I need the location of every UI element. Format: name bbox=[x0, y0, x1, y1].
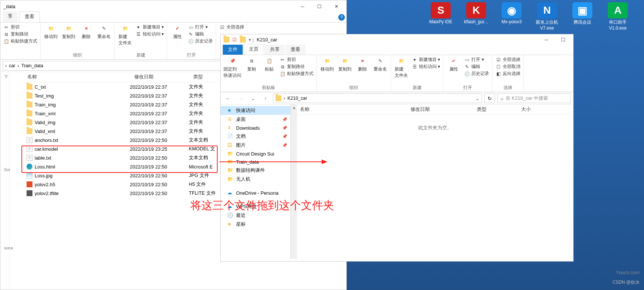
invert-select-button[interactable]: ◧反向选择 bbox=[495, 71, 520, 77]
desktop-icon[interactable]: SMaixPy IDE bbox=[426, 2, 456, 31]
help-icon[interactable]: ? bbox=[338, 14, 345, 21]
folder-icon bbox=[276, 95, 281, 101]
folder-icon bbox=[27, 128, 32, 134]
rename-button[interactable]: ✎重命名 bbox=[97, 24, 111, 40]
minimize-button[interactable]: ─ bbox=[538, 34, 555, 45]
delete-button[interactable]: ✕删除 bbox=[355, 57, 370, 72]
back-button[interactable]: ← bbox=[223, 93, 233, 103]
desktop-icon[interactable]: N匿名上位机 V7.exe bbox=[532, 2, 562, 31]
folder-icon bbox=[27, 119, 32, 125]
address-bar: ← → ⌄ ↑ › K210_car ⌄ ↻ ⌕在 K210_car 中搜索 bbox=[221, 92, 573, 105]
new-folder-button[interactable]: 📁新建 文件夹 bbox=[118, 24, 132, 46]
titlebar[interactable]: _data ─ ☐ ✕ bbox=[0, 0, 346, 12]
tab-share[interactable]: 享 bbox=[3, 11, 18, 22]
tree-item[interactable]: ☁WPS网盘 bbox=[221, 202, 290, 211]
group-label-select: 选择 bbox=[503, 85, 512, 91]
easy-access-button[interactable]: ☰轻松访问 ▾ bbox=[135, 31, 164, 37]
moveto-button[interactable]: 📁移动到 bbox=[320, 57, 335, 72]
pic-icon: 🖼 bbox=[227, 142, 233, 148]
open-button[interactable]: ▭打开 ▾ bbox=[464, 57, 484, 63]
desktop-icon[interactable]: ▣腾讯会议 bbox=[567, 2, 598, 31]
close-button[interactable]: ✕ bbox=[328, 1, 345, 12]
edge-icon bbox=[27, 164, 32, 170]
group-label-new: 新建 bbox=[413, 85, 422, 91]
history-button[interactable]: 🕘历史记录 bbox=[188, 38, 213, 44]
folder-icon bbox=[27, 84, 32, 90]
paste-button[interactable]: 📋粘贴 bbox=[262, 57, 277, 72]
search-input[interactable]: ⌕在 K210_car 中搜索 bbox=[497, 93, 571, 103]
moveto-button[interactable]: 📁移动到 bbox=[44, 24, 58, 40]
tab-file[interactable]: 文件 bbox=[223, 45, 243, 55]
tree-item[interactable]: 📁数据结构课件 bbox=[221, 166, 290, 175]
pin-icon: 📌 bbox=[282, 126, 287, 130]
delete-button[interactable]: ✕删除 bbox=[79, 24, 94, 40]
desktop-icons: SMaixPy IDEKkflash_gui…◉Mx-yolov3N匿名上位机 … bbox=[426, 0, 644, 31]
minimize-button[interactable]: ─ bbox=[294, 1, 311, 12]
pin-quick-access-button[interactable]: 📌固定到 快速访问 bbox=[224, 57, 241, 79]
forward-button[interactable]: → bbox=[235, 93, 246, 103]
dl-icon: ⬇ bbox=[227, 125, 233, 131]
column-headers[interactable]: 名称 修改日期 类型 大小 bbox=[297, 105, 573, 115]
ribbon-tabs: 文件 主页 共享 查看 bbox=[221, 45, 573, 55]
tab-home[interactable]: 主页 bbox=[243, 44, 264, 55]
new-item-button[interactable]: ✦新建项目 ▾ bbox=[412, 57, 440, 63]
tree-item[interactable]: 🖥桌面📌 bbox=[221, 115, 290, 124]
easy-access-button[interactable]: ☰轻松访问 ▾ bbox=[412, 64, 440, 70]
cut-button[interactable]: ✂剪切 bbox=[3, 24, 20, 30]
tree-item[interactable]: 🖼图片📌 bbox=[221, 141, 290, 150]
tree-item[interactable]: 🕘最近 bbox=[221, 211, 290, 220]
cut-button[interactable]: ✂剪切 bbox=[280, 57, 296, 63]
titlebar[interactable]: ☑ ▾ | K210_car ─ ☐ bbox=[221, 34, 573, 45]
maximize-button[interactable]: ☐ bbox=[555, 34, 572, 45]
paste-shortcut-button[interactable]: 📋粘贴快捷方式 bbox=[280, 71, 314, 77]
copy-path-button[interactable]: ⧉复制路径 bbox=[3, 31, 28, 37]
ribbon-tabs: 享 查看 ? bbox=[0, 12, 346, 23]
tree-item[interactable]: 📄文档📌 bbox=[221, 132, 290, 141]
copyto-button[interactable]: 📁复制到 bbox=[61, 24, 76, 40]
tfl-icon bbox=[27, 190, 32, 196]
tree-item[interactable]: ★星标 bbox=[221, 220, 290, 229]
copyto-button[interactable]: 📁复制到 bbox=[337, 57, 352, 72]
select-none-button[interactable]: ☐全部取消 bbox=[495, 64, 520, 70]
desk-icon: 🖥 bbox=[227, 116, 233, 122]
history-button[interactable]: 🕘历史记录 bbox=[464, 71, 489, 77]
properties-button[interactable]: ✔属性 bbox=[446, 57, 461, 72]
up-button[interactable]: ↑ bbox=[260, 93, 271, 103]
rename-button[interactable]: ✎重命名 bbox=[373, 57, 388, 72]
open-button[interactable]: ▭打开 ▾ bbox=[188, 24, 207, 30]
chevron-down-icon[interactable]: ⌄ bbox=[475, 96, 479, 101]
new-item-button[interactable]: ✦新建项目 ▾ bbox=[135, 24, 164, 30]
copy-path-button[interactable]: ⧉复制路径 bbox=[280, 64, 305, 70]
tree-item[interactable]: ⬇Downloads📌 bbox=[221, 124, 290, 132]
history-dropdown[interactable]: ⌄ bbox=[248, 93, 258, 103]
tree-item[interactable]: ☁OneDrive - Persona bbox=[221, 189, 290, 197]
watermark: Yuucn.com bbox=[616, 270, 640, 275]
select-all-button[interactable]: ☑全部选择 bbox=[495, 57, 520, 63]
folder-icon: 📁 bbox=[227, 151, 233, 157]
window-title: K210_car bbox=[257, 37, 277, 42]
tree-item[interactable]: 📁Circuit Design Sui bbox=[221, 150, 290, 158]
tab-share[interactable]: 共享 bbox=[265, 45, 285, 55]
paste-shortcut-button[interactable]: 📋粘贴快捷方式 bbox=[3, 38, 37, 44]
select-all-button[interactable]: ☑全部选择 bbox=[219, 24, 244, 30]
doc-icon: 📄 bbox=[227, 133, 233, 139]
refresh-button[interactable]: ↻ bbox=[484, 93, 495, 103]
qat-save-icon[interactable]: ☑ bbox=[232, 37, 237, 42]
maximize-button[interactable]: ☐ bbox=[311, 1, 328, 12]
group-label-organize: 组织 bbox=[349, 85, 358, 91]
tree-item[interactable]: 📁无人机 bbox=[221, 175, 290, 184]
breadcrumb[interactable]: › K210_car ⌄ bbox=[273, 93, 482, 103]
properties-button[interactable]: ✔属性 bbox=[170, 24, 185, 40]
group-label-open: 打开 bbox=[187, 52, 196, 58]
new-folder-button[interactable]: 📁新建 文件夹 bbox=[394, 57, 409, 79]
edit-button[interactable]: ✎编辑 bbox=[464, 64, 480, 70]
desktop-icon[interactable]: Kkflash_gui… bbox=[461, 2, 491, 31]
tree-scrollbar[interactable]: ▴ bbox=[291, 105, 297, 259]
copy-button[interactable]: ⧉复制 bbox=[244, 57, 259, 72]
tab-view[interactable]: 查看 bbox=[19, 11, 40, 22]
tree-item[interactable]: ★快速访问 bbox=[221, 106, 290, 115]
desktop-icon[interactable]: A串口助手 V1.0.exe bbox=[603, 2, 633, 31]
desktop-icon[interactable]: ◉Mx-yolov3 bbox=[496, 2, 527, 31]
edit-button[interactable]: ✎编辑 bbox=[188, 31, 204, 37]
tab-view[interactable]: 查看 bbox=[285, 45, 305, 55]
